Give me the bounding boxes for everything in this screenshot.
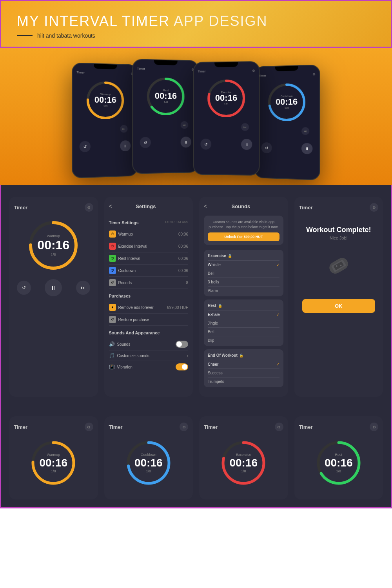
complete-gear-icon[interactable]: ⚙ — [370, 203, 378, 212]
skip-btn[interactable]: ⏭ — [241, 123, 249, 131]
workout-complete-heading: Workout Complete! — [302, 226, 376, 234]
mini-cooldown-screen: Timer ⚙ Cooldown 00:16 1/8 — [104, 416, 193, 499]
reset-btn[interactable]: ↺ — [261, 142, 272, 153]
settings-customize-sounds[interactable]: 🎵 Customize sounds › — [109, 350, 189, 361]
exercise-ring: Exercise 00:16 1/8 — [205, 77, 248, 120]
reset-btn[interactable]: ↺ — [79, 141, 90, 152]
sound-cheer[interactable]: Cheer ✓ — [208, 360, 279, 368]
end-lock-icon: 🔒 — [239, 354, 243, 358]
sounds-label: Sounds — [117, 342, 131, 347]
vibration-label: Vibration — [117, 365, 132, 369]
rest-value: 00:06 — [178, 256, 188, 261]
rounds-value: 8 — [186, 281, 188, 285]
timer-gear-icon[interactable]: ⚙ — [85, 203, 93, 212]
sounds-toggle[interactable] — [176, 341, 188, 348]
mini-rest-header: Timer ⚙ — [299, 423, 379, 431]
mini-exercise-screen: Timer ⚙ Excercise 00:16 1/8 — [199, 416, 288, 499]
sound-trumpets[interactable]: Trumpets — [208, 377, 279, 386]
pause-btn[interactable]: ⏸ — [120, 140, 131, 151]
settings-rest[interactable]: ⏱ Rest Interval 00:06 — [109, 252, 189, 265]
mini-gear-1[interactable]: ⚙ — [85, 423, 93, 431]
settings-cooldown[interactable]: ⏱ Cooldown 00:06 — [109, 265, 189, 277]
mini-gear-3[interactable]: ⚙ — [275, 423, 283, 431]
unlock-button[interactable]: Unlock For 899,00 HUF — [208, 232, 279, 241]
phones-showcase: Timer ⚙ Warmup 00:16 1/8 ⏭ ↺ ⏸ Timer ⚙ — [0, 48, 392, 185]
sound-whistle[interactable]: Whistle ✓ — [208, 260, 279, 269]
mini-cooldown-header: Timer ⚙ — [109, 423, 189, 431]
pause-btn[interactable]: ⏸ — [181, 137, 191, 148]
rest-lock-icon: 🔒 — [218, 304, 222, 308]
app-label: Timer — [76, 71, 85, 74]
restore-label: Restore purchase — [118, 318, 149, 322]
sound-exhale[interactable]: Exhale ✓ — [208, 310, 279, 319]
settings-remove-ads[interactable]: ✦ Remove ads forever 699,00 HUF — [109, 301, 189, 314]
settings-restore[interactable]: ↺ Restore purchase — [109, 314, 189, 326]
title-light: APP DESIGN — [170, 13, 267, 29]
cooldown-icon: ⏱ — [109, 267, 116, 274]
mini-timer-title-3: Timer — [204, 424, 218, 430]
mini-warmup-header: Timer ⚙ — [14, 423, 93, 431]
phone-notch — [94, 64, 117, 69]
settings-warmup[interactable]: ⏱ Warmup 00:06 — [109, 228, 189, 240]
end-sounds-section: End Of Workout 🔒 Cheer ✓ Success Trumpet… — [204, 349, 283, 387]
remove-ads-label: Remove ads forever — [118, 305, 154, 310]
gear-btn[interactable]: ⚙ — [312, 73, 315, 76]
sounds-screen-header: < Sounds — [204, 203, 283, 209]
remove-ads-value: 699,00 HUF — [167, 305, 188, 310]
phone-cooldown: Timer ⚙ Cooldown 00:16 1/8 ⏭ ↺ ⏸ — [254, 64, 320, 180]
sound-blip[interactable]: Blip — [208, 336, 279, 345]
exercise-sounds-title: Excercise 🔒 — [208, 254, 279, 258]
workout-complete-subtext: Nice Job! — [302, 236, 376, 240]
main-timer-text: Warmup 00:16 1/8 — [37, 234, 69, 257]
sound-success[interactable]: Success — [208, 368, 279, 377]
rest-sounds-title: Rest 🔒 — [208, 303, 279, 308]
skip-btn[interactable]: ⏭ — [120, 125, 128, 133]
settings-rounds[interactable]: ↺ Rounds 8 — [109, 277, 189, 289]
sound-3bells[interactable]: 3 bells — [208, 278, 279, 286]
cooldown-ring: Cooldown 00:16 1/8 — [265, 80, 308, 124]
sound-jingle[interactable]: Jingle — [208, 319, 279, 327]
appearance-label: Sounds And Appearance — [109, 330, 189, 335]
mini-exercise-text: Excercise 00:16 1/8 — [229, 453, 258, 473]
phone-status-bar: Timer ⚙ — [133, 66, 198, 72]
mini-gear-2[interactable]: ⚙ — [180, 423, 188, 431]
settings-exercise[interactable]: ⏱ Exercise Interval 00:06 — [109, 240, 189, 252]
app-label: Timer — [259, 74, 266, 77]
settings-screen: < Settings Timer Settings TOTAL: 1M 46S … — [104, 197, 193, 397]
reset-btn[interactable]: ↺ — [140, 137, 151, 148]
cooldown-label: Cooldown — [118, 269, 136, 273]
middle-section: Timer ⚙ Warmup 00:16 1/8 ↺ ⏸ ⏭ < Setting… — [0, 185, 392, 408]
app-label: Timer — [198, 70, 206, 73]
reset-button[interactable]: ↺ — [17, 281, 31, 295]
skip-btn[interactable]: ⏭ — [301, 127, 309, 135]
title-bold: MY INTERVAL TIMER — [17, 13, 170, 29]
sound-alarm[interactable]: Alarm — [208, 286, 279, 295]
ads-icon: ✦ — [109, 304, 116, 311]
pause-button[interactable]: ⏸ — [45, 279, 62, 296]
sound-bell[interactable]: Bell — [208, 269, 279, 278]
mini-warmup-text: Warmup 00:16 1/8 — [39, 453, 67, 473]
settings-sounds[interactable]: 🔊 Sounds — [109, 338, 189, 350]
sounds-back-button[interactable]: < — [204, 203, 207, 209]
mini-rest-screen: Timer ⚙ Rest 00:16 1/8 — [294, 416, 383, 499]
sounds-icon: 🔊 — [109, 341, 115, 347]
phone-status-bar: Timer ⚙ — [73, 70, 137, 76]
mini-timer-title-4: Timer — [299, 424, 313, 430]
restore-icon: ↺ — [109, 316, 116, 323]
exercise-time-text: Exercise 00:16 1/8 — [215, 91, 237, 106]
pause-btn[interactable]: ⏸ — [241, 139, 252, 150]
warmup-value: 00:06 — [178, 232, 188, 236]
sound-rest-bell[interactable]: Bell — [208, 327, 279, 336]
ok-button[interactable]: OK — [302, 299, 376, 313]
back-button[interactable]: < — [109, 203, 112, 209]
pause-btn[interactable]: ⏸ — [301, 143, 312, 154]
vibration-toggle[interactable] — [176, 363, 188, 370]
skip-btn[interactable]: ⏭ — [181, 121, 189, 129]
sounds-screen: < Sounds Custom sounds are available via… — [199, 197, 288, 397]
skip-button[interactable]: ⏭ — [76, 281, 90, 295]
reset-btn[interactable]: ↺ — [200, 139, 211, 150]
rest-ring: Rest 00:16 1/8 — [144, 74, 187, 118]
settings-vibration[interactable]: 📳 Vibration — [109, 361, 189, 373]
gear-btn[interactable]: ⚙ — [252, 69, 255, 73]
mini-gear-4[interactable]: ⚙ — [370, 423, 378, 431]
